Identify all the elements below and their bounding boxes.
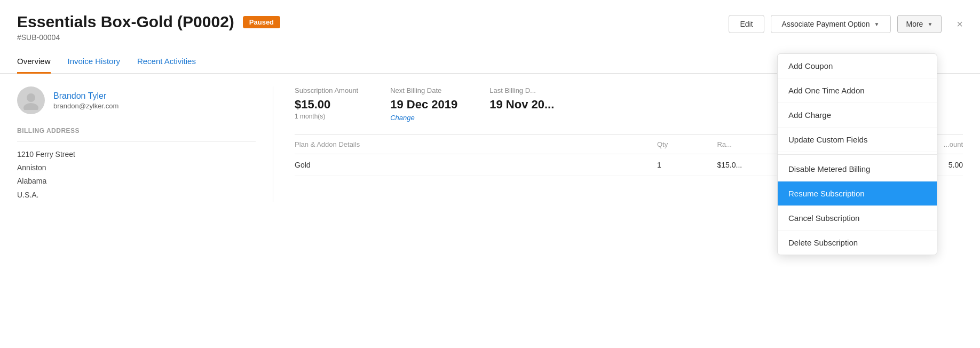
user-email: brandon@zylker.com [53, 102, 118, 110]
dropdown-item-add-charge[interactable]: Add Charge [778, 103, 937, 128]
left-panel: Brandon Tyler brandon@zylker.com BILLING… [17, 86, 273, 202]
svg-point-0 [27, 93, 35, 102]
dropdown-item-disable-metered-billing[interactable]: Disable Metered Billing [778, 157, 937, 181]
billing-divider [17, 141, 256, 141]
last-billing-value: 19 Nov 20... [489, 98, 554, 112]
dropdown-item-resume-subscription[interactable]: Resume Subscription [778, 181, 937, 206]
address-line3: Alabama [17, 175, 256, 188]
subscription-amount-value: $15.00 [295, 98, 358, 112]
header-actions: Edit Associate Payment Option ▼ More ▼ × [729, 15, 963, 33]
user-info: Brandon Tyler brandon@zylker.com [53, 91, 118, 110]
col-plan-header: Plan & Addon Details [295, 135, 657, 154]
close-button[interactable]: × [957, 19, 963, 29]
status-badge: Paused [243, 16, 280, 28]
dropdown-item-cancel-subscription[interactable]: Cancel Subscription [778, 206, 937, 231]
tab-invoice-history[interactable]: Invoice History [68, 50, 120, 74]
avatar [17, 86, 45, 114]
tab-recent-activities[interactable]: Recent Activities [137, 50, 196, 74]
billing-address: 1210 Ferry Street Anniston Alabama U.S.A… [17, 148, 256, 202]
more-label: More [906, 20, 923, 28]
subscription-period: 1 month(s) [295, 113, 358, 120]
subscription-amount-label: Subscription Amount [295, 86, 358, 94]
more-button[interactable]: More ▼ [897, 15, 942, 33]
subscription-amount-col: Subscription Amount $15.00 1 month(s) [295, 86, 358, 122]
header-left: Essentials Box-Gold (P0002) Paused #SUB-… [17, 13, 280, 42]
billing-address-label: BILLING ADDRESS [17, 127, 256, 135]
billing-section: BILLING ADDRESS 1210 Ferry Street Annist… [17, 127, 256, 202]
tab-overview[interactable]: Overview [17, 50, 51, 74]
dropdown-item-delete-subscription[interactable]: Delete Subscription [778, 231, 937, 255]
user-avatar-icon [21, 91, 41, 110]
address-line2: Anniston [17, 161, 256, 175]
last-billing-col: Last Billing D... 19 Nov 20... [489, 86, 554, 122]
dropdown-item-add-one-time-addon[interactable]: Add One Time Addon [778, 78, 937, 103]
dropdown-item-update-custom-fields[interactable]: Update Custom Fields [778, 128, 937, 152]
associate-label: Associate Payment Option [782, 20, 870, 28]
header: Essentials Box-Gold (P0002) Paused #SUB-… [0, 0, 980, 42]
more-chevron-icon: ▼ [927, 21, 932, 27]
more-dropdown: Add Coupon Add One Time Addon Add Charge… [777, 53, 937, 255]
change-billing-link[interactable]: Change [390, 114, 457, 122]
next-billing-label: Next Billing Date [390, 86, 457, 94]
row-qty: 1 [657, 154, 717, 176]
col-qty-header: Qty [657, 135, 717, 154]
dropdown-divider [778, 154, 937, 155]
dropdown-item-add-coupon[interactable]: Add Coupon [778, 54, 937, 78]
next-billing-value: 19 Dec 2019 [390, 98, 457, 112]
next-billing-col: Next Billing Date 19 Dec 2019 Change [390, 86, 457, 122]
last-billing-label: Last Billing D... [489, 86, 554, 94]
page-title: Essentials Box-Gold (P0002) [17, 13, 234, 31]
user-name[interactable]: Brandon Tyler [53, 91, 118, 101]
svg-point-1 [23, 103, 38, 110]
address-line4: U.S.A. [17, 188, 256, 202]
page-container: Essentials Box-Gold (P0002) Paused #SUB-… [0, 0, 980, 348]
sub-id: #SUB-00004 [17, 33, 280, 42]
edit-button[interactable]: Edit [729, 15, 764, 33]
user-section: Brandon Tyler brandon@zylker.com [17, 86, 256, 114]
row-plan: Gold [295, 154, 657, 176]
address-line1: 1210 Ferry Street [17, 148, 256, 161]
title-row: Essentials Box-Gold (P0002) Paused [17, 13, 280, 31]
associate-payment-button[interactable]: Associate Payment Option ▼ [771, 15, 891, 33]
associate-chevron-icon: ▼ [874, 21, 880, 27]
